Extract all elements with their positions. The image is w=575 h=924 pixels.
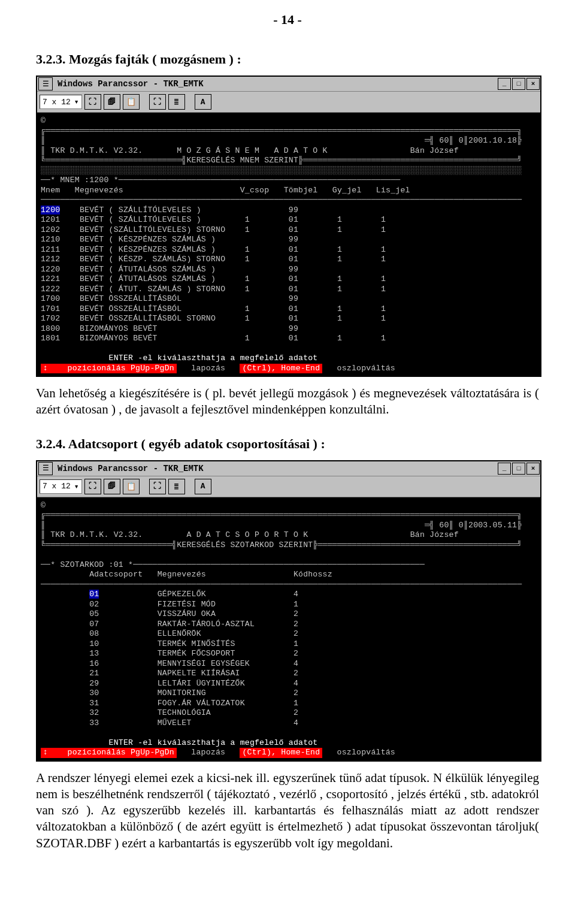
- paragraph-2: A rendszer lényegi elemei ezek a kicsi-n…: [36, 770, 539, 851]
- paragraph-1: Van lehetőség a kiegészítésére is ( pl. …: [36, 385, 539, 418]
- dos-window-2: ☰ Windows Parancssor - TKR_EMTK _ □ × 7 …: [36, 460, 541, 762]
- mark-icon[interactable]: ⛶: [84, 94, 101, 110]
- font-button[interactable]: A: [195, 479, 211, 494]
- window-title: Windows Parancssor - TKR_EMTK: [54, 464, 497, 473]
- maximize-button[interactable]: □: [512, 78, 525, 90]
- fullscreen-icon[interactable]: ⛶: [149, 479, 166, 494]
- maximize-button[interactable]: □: [512, 463, 525, 475]
- mark-icon[interactable]: ⛶: [84, 479, 101, 494]
- dos-window-1: ☰ Windows Parancssor - TKR_EMTK _ □ × 7 …: [36, 76, 541, 377]
- properties-icon[interactable]: ≣: [168, 94, 185, 110]
- section-heading-1: 3.2.3. Mozgás fajták ( mozgásnem ) :: [36, 52, 539, 67]
- copy-icon[interactable]: 🗐: [104, 479, 120, 494]
- font-button[interactable]: A: [195, 94, 211, 110]
- close-button[interactable]: ×: [526, 463, 540, 475]
- titlebar: ☰ Windows Parancssor - TKR_EMTK _ □ ×: [37, 77, 540, 92]
- window-title: Windows Parancssor - TKR_EMTK: [54, 79, 497, 89]
- section-heading-2: 3.2.4. Adatcsoport ( egyéb adatok csopor…: [36, 436, 539, 452]
- paste-icon[interactable]: 📋: [123, 479, 140, 494]
- font-size-select[interactable]: 7 x 12▾: [40, 479, 82, 494]
- fullscreen-icon[interactable]: ⛶: [149, 94, 166, 110]
- close-button[interactable]: ×: [526, 78, 540, 90]
- properties-icon[interactable]: ≣: [168, 479, 185, 494]
- font-size-select[interactable]: 7 x 12▾: [40, 95, 82, 109]
- system-menu-icon[interactable]: ☰: [38, 462, 53, 475]
- minimize-button[interactable]: _: [498, 463, 511, 475]
- terminal-content-2: © ╔═════════════════════════════════════…: [37, 497, 540, 760]
- terminal-content-1: © ╔═════════════════════════════════════…: [37, 113, 540, 376]
- copy-icon[interactable]: 🗐: [104, 94, 120, 110]
- page-number: - 14 -: [36, 12, 539, 28]
- minimize-button[interactable]: _: [498, 78, 511, 90]
- system-menu-icon[interactable]: ☰: [38, 77, 53, 90]
- toolbar: 7 x 12▾ ⛶ 🗐 📋 ⛶ ≣ A: [37, 92, 540, 113]
- toolbar: 7 x 12▾ ⛶ 🗐 📋 ⛶ ≣ A: [37, 476, 540, 497]
- paste-icon[interactable]: 📋: [123, 94, 140, 110]
- titlebar: ☰ Windows Parancssor - TKR_EMTK _ □ ×: [37, 461, 540, 476]
